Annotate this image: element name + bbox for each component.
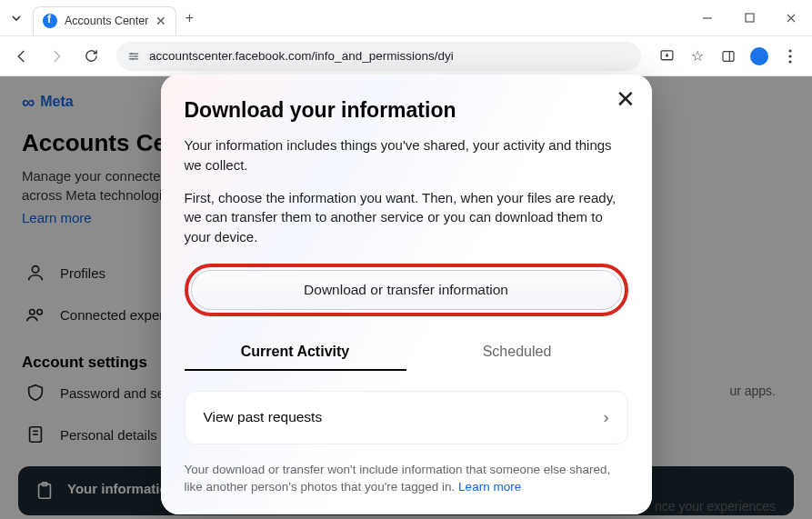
svg-point-8: [788, 49, 791, 52]
disclaimer-learn-more-link[interactable]: Learn more: [458, 480, 521, 494]
close-icon[interactable]: ✕: [155, 15, 166, 27]
site-settings-icon[interactable]: [127, 50, 140, 63]
svg-point-10: [788, 60, 791, 63]
kebab-menu-icon[interactable]: [776, 42, 805, 71]
facebook-favicon: [43, 14, 57, 28]
back-button[interactable]: [7, 42, 36, 71]
download-transfer-button[interactable]: Download or transfer information: [191, 270, 622, 310]
svg-point-2: [131, 53, 133, 55]
sidepanel-icon[interactable]: [714, 42, 743, 71]
install-app-icon[interactable]: [652, 42, 681, 71]
disclaimer-text: Your download or transfer won't include …: [185, 463, 611, 494]
window-titlebar: Accounts Center ✕ +: [0, 0, 812, 36]
row-label: View past requests: [204, 409, 323, 425]
modal-disclaimer: Your download or transfer won't include …: [185, 461, 628, 496]
chevron-right-icon: ›: [604, 408, 609, 427]
download-info-modal: ✕ Download your information Your informa…: [161, 75, 652, 514]
reload-button[interactable]: [76, 42, 105, 71]
tab-list-dropdown[interactable]: [0, 13, 33, 24]
modal-paragraph: First, choose the information you want. …: [185, 188, 628, 247]
address-bar[interactable]: accountscenter.facebook.com/info_and_per…: [116, 42, 641, 71]
browser-tab[interactable]: Accounts Center ✕: [33, 6, 176, 35]
url-text: accountscenter.facebook.com/info_and_per…: [149, 49, 454, 63]
tab-title: Accounts Center: [65, 15, 148, 27]
modal-tabs: Current Activity Scheduled: [185, 334, 628, 371]
profile-avatar[interactable]: [745, 42, 774, 71]
new-tab-button[interactable]: +: [176, 10, 202, 26]
svg-point-3: [135, 55, 136, 57]
close-window-button[interactable]: [770, 0, 812, 36]
tab-scheduled[interactable]: Scheduled: [406, 334, 628, 371]
close-modal-button[interactable]: ✕: [616, 87, 636, 111]
tab-current-activity[interactable]: Current Activity: [185, 334, 406, 371]
svg-point-9: [788, 55, 791, 57]
bookmark-icon[interactable]: ☆: [683, 42, 712, 71]
cta-highlight: Download or transfer information: [185, 264, 628, 316]
window-controls: [687, 0, 812, 36]
browser-toolbar: accountscenter.facebook.com/info_and_per…: [0, 36, 812, 76]
svg-rect-6: [723, 51, 734, 61]
modal-title: Download your information: [185, 98, 628, 123]
forward-button[interactable]: [42, 42, 71, 71]
svg-rect-1: [746, 14, 754, 22]
view-past-requests-row[interactable]: View past requests ›: [185, 391, 628, 444]
minimize-button[interactable]: [687, 0, 728, 36]
svg-point-4: [132, 58, 134, 60]
maximize-button[interactable]: [728, 0, 770, 36]
modal-paragraph: Your information includes things you've …: [185, 135, 628, 175]
